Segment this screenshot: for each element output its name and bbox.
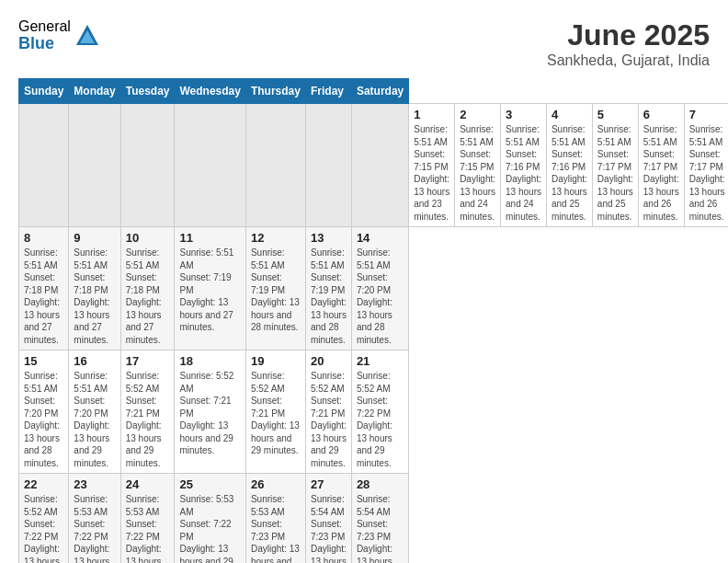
logo-blue: Blue <box>18 35 71 53</box>
calendar-cell: 9 Sunrise: 5:51 AM Sunset: 7:18 PM Dayli… <box>69 227 120 350</box>
calendar-cell: 25 Sunrise: 5:53 AM Sunset: 7:22 PM Dayl… <box>175 474 245 564</box>
calendar-cell <box>69 104 120 227</box>
calendar-cell: 1 Sunrise: 5:51 AM Sunset: 7:15 PM Dayli… <box>409 104 455 227</box>
calendar-body: 1 Sunrise: 5:51 AM Sunset: 7:15 PM Dayli… <box>19 104 729 564</box>
day-info: Sunrise: 5:54 AM Sunset: 7:23 PM Dayligh… <box>311 493 347 563</box>
calendar-cell <box>175 104 245 227</box>
calendar-cell: 11 Sunrise: 5:51 AM Sunset: 7:19 PM Dayl… <box>175 227 245 350</box>
day-number: 17 <box>126 354 170 368</box>
calendar-cell: 12 Sunrise: 5:51 AM Sunset: 7:19 PM Dayl… <box>245 227 305 350</box>
day-info: Sunrise: 5:51 AM Sunset: 7:16 PM Dayligh… <box>506 123 541 223</box>
calendar-cell: 21 Sunrise: 5:52 AM Sunset: 7:22 PM Dayl… <box>351 350 408 474</box>
calendar-cell <box>305 104 351 227</box>
calendar-table: Sunday Monday Tuesday Wednesday Thursday… <box>18 78 728 563</box>
col-tuesday: Tuesday <box>120 79 175 104</box>
day-info: Sunrise: 5:53 AM Sunset: 7:23 PM Dayligh… <box>251 493 301 563</box>
day-number: 10 <box>126 231 170 245</box>
day-number: 5 <box>597 108 633 121</box>
day-info: Sunrise: 5:51 AM Sunset: 7:15 PM Dayligh… <box>460 123 495 223</box>
calendar-cell: 22 Sunrise: 5:52 AM Sunset: 7:22 PM Dayl… <box>19 474 69 564</box>
day-info: Sunrise: 5:51 AM Sunset: 7:18 PM Dayligh… <box>74 247 115 346</box>
day-number: 22 <box>24 477 63 491</box>
day-info: Sunrise: 5:52 AM Sunset: 7:21 PM Dayligh… <box>251 370 301 457</box>
col-wednesday: Wednesday <box>175 79 245 104</box>
day-info: Sunrise: 5:51 AM Sunset: 7:16 PM Dayligh… <box>552 123 587 223</box>
day-info: Sunrise: 5:51 AM Sunset: 7:17 PM Dayligh… <box>689 123 725 223</box>
day-number: 20 <box>311 354 347 368</box>
day-info: Sunrise: 5:53 AM Sunset: 7:22 PM Dayligh… <box>179 493 240 563</box>
day-number: 3 <box>506 108 541 121</box>
header-row: Sunday Monday Tuesday Wednesday Thursday… <box>19 79 729 104</box>
calendar-cell: 5 Sunrise: 5:51 AM Sunset: 7:17 PM Dayli… <box>592 104 638 227</box>
day-number: 6 <box>643 108 679 121</box>
day-info: Sunrise: 5:51 AM Sunset: 7:19 PM Dayligh… <box>251 247 301 334</box>
day-info: Sunrise: 5:51 AM Sunset: 7:20 PM Dayligh… <box>74 370 115 469</box>
day-info: Sunrise: 5:52 AM Sunset: 7:22 PM Dayligh… <box>24 493 63 563</box>
day-info: Sunrise: 5:52 AM Sunset: 7:21 PM Dayligh… <box>126 370 170 469</box>
day-number: 27 <box>311 477 347 491</box>
calendar-cell: 6 Sunrise: 5:51 AM Sunset: 7:17 PM Dayli… <box>638 104 684 227</box>
page-header: General Blue June 2025 Sankheda, Gujarat… <box>18 18 710 69</box>
calendar-cell <box>351 104 408 227</box>
logo-text: General Blue <box>18 18 71 52</box>
day-info: Sunrise: 5:51 AM Sunset: 7:19 PM Dayligh… <box>179 247 240 334</box>
day-number: 26 <box>251 477 301 491</box>
day-number: 24 <box>126 477 170 491</box>
logo-general: General <box>18 18 71 35</box>
day-info: Sunrise: 5:53 AM Sunset: 7:22 PM Dayligh… <box>126 493 170 563</box>
calendar-cell: 27 Sunrise: 5:54 AM Sunset: 7:23 PM Dayl… <box>305 474 351 564</box>
calendar-cell: 28 Sunrise: 5:54 AM Sunset: 7:23 PM Dayl… <box>351 474 408 564</box>
calendar-cell: 19 Sunrise: 5:52 AM Sunset: 7:21 PM Dayl… <box>245 350 305 474</box>
calendar-cell: 20 Sunrise: 5:52 AM Sunset: 7:21 PM Dayl… <box>305 350 351 474</box>
day-number: 12 <box>251 231 301 245</box>
calendar-cell: 23 Sunrise: 5:53 AM Sunset: 7:22 PM Dayl… <box>69 474 120 564</box>
day-number: 23 <box>74 477 115 491</box>
calendar-cell <box>19 104 69 227</box>
day-info: Sunrise: 5:51 AM Sunset: 7:20 PM Dayligh… <box>357 247 404 346</box>
calendar-cell: 13 Sunrise: 5:51 AM Sunset: 7:19 PM Dayl… <box>305 227 351 350</box>
day-number: 15 <box>24 354 63 368</box>
day-info: Sunrise: 5:51 AM Sunset: 7:18 PM Dayligh… <box>24 247 63 346</box>
calendar-cell: 8 Sunrise: 5:51 AM Sunset: 7:18 PM Dayli… <box>19 227 69 350</box>
day-info: Sunrise: 5:51 AM Sunset: 7:17 PM Dayligh… <box>643 123 679 223</box>
day-info: Sunrise: 5:54 AM Sunset: 7:23 PM Dayligh… <box>357 493 404 563</box>
day-number: 28 <box>357 477 404 491</box>
day-info: Sunrise: 5:51 AM Sunset: 7:15 PM Dayligh… <box>414 123 449 223</box>
day-number: 18 <box>179 354 240 368</box>
day-info: Sunrise: 5:51 AM Sunset: 7:18 PM Dayligh… <box>126 247 170 346</box>
calendar-week-1: 1 Sunrise: 5:51 AM Sunset: 7:15 PM Dayli… <box>19 104 729 227</box>
day-number: 21 <box>357 354 404 368</box>
logo-icon <box>74 23 100 49</box>
calendar-cell: 24 Sunrise: 5:53 AM Sunset: 7:22 PM Dayl… <box>120 474 175 564</box>
day-number: 2 <box>460 108 495 121</box>
calendar-cell: 3 Sunrise: 5:51 AM Sunset: 7:16 PM Dayli… <box>501 104 547 227</box>
col-saturday: Saturday <box>351 79 408 104</box>
day-info: Sunrise: 5:51 AM Sunset: 7:19 PM Dayligh… <box>311 247 347 346</box>
calendar-cell: 15 Sunrise: 5:51 AM Sunset: 7:20 PM Dayl… <box>19 350 69 474</box>
day-number: 14 <box>357 231 404 245</box>
day-info: Sunrise: 5:52 AM Sunset: 7:22 PM Dayligh… <box>357 370 404 469</box>
day-info: Sunrise: 5:51 AM Sunset: 7:17 PM Dayligh… <box>597 123 633 223</box>
day-number: 8 <box>24 231 63 245</box>
calendar-cell: 4 Sunrise: 5:51 AM Sunset: 7:16 PM Dayli… <box>546 104 592 227</box>
day-number: 25 <box>179 477 240 491</box>
calendar-cell <box>245 104 305 227</box>
month-title: June 2025 <box>547 18 710 52</box>
calendar-cell <box>120 104 175 227</box>
calendar-cell: 14 Sunrise: 5:51 AM Sunset: 7:20 PM Dayl… <box>351 227 408 350</box>
day-number: 11 <box>179 231 240 245</box>
col-sunday: Sunday <box>19 79 69 104</box>
col-thursday: Thursday <box>245 79 305 104</box>
calendar-cell: 7 Sunrise: 5:51 AM Sunset: 7:17 PM Dayli… <box>684 104 728 227</box>
calendar-cell: 16 Sunrise: 5:51 AM Sunset: 7:20 PM Dayl… <box>69 350 120 474</box>
day-number: 19 <box>251 354 301 368</box>
day-info: Sunrise: 5:52 AM Sunset: 7:21 PM Dayligh… <box>311 370 347 469</box>
calendar-week-4: 22 Sunrise: 5:52 AM Sunset: 7:22 PM Dayl… <box>19 474 729 564</box>
calendar-cell: 18 Sunrise: 5:52 AM Sunset: 7:21 PM Dayl… <box>175 350 245 474</box>
day-info: Sunrise: 5:52 AM Sunset: 7:21 PM Dayligh… <box>179 370 240 457</box>
day-number: 9 <box>74 231 115 245</box>
day-number: 1 <box>414 108 449 121</box>
day-number: 4 <box>552 108 587 121</box>
day-number: 16 <box>74 354 115 368</box>
calendar-cell: 26 Sunrise: 5:53 AM Sunset: 7:23 PM Dayl… <box>245 474 305 564</box>
